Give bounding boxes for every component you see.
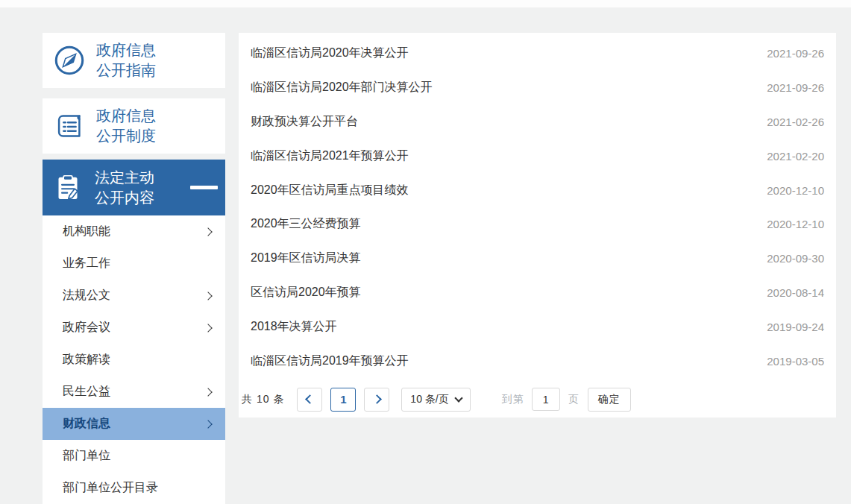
sidebar-item[interactable]: 法规公文 [43, 280, 225, 312]
article-link[interactable]: 临淄区信访局2020年决算公开 [251, 45, 752, 61]
sidebar: 政府信息 公开指南 政府信息 公开制度 [43, 33, 225, 504]
chevron-right-icon [204, 324, 212, 332]
sidebar-item-label: 机构职能 [63, 224, 205, 239]
sidebar-item-label: 民生公益 [63, 384, 205, 400]
sidebar-item-label: 业务工作 [63, 256, 205, 271]
rulebook-icon [52, 109, 87, 143]
sidebar-item-label: 部门单位公开目录 [63, 480, 205, 496]
sidebar-section-statutory-disclosure[interactable]: 法定主动 公开内容 [43, 160, 225, 215]
chevron-down-icon [454, 394, 462, 402]
sidebar-item[interactable]: 政府会议 [43, 312, 225, 344]
chevron-left-icon [305, 395, 315, 405]
list-item: 2019年区信访局决算 2020-09-30 [239, 242, 836, 276]
article-list-panel: 临淄区信访局2020年决算公开 2021-09-26 临淄区信访局2020年部门… [239, 33, 836, 418]
article-date: 2020-09-30 [767, 252, 824, 265]
confirm-button[interactable]: 确定 [588, 388, 631, 412]
article-link[interactable]: 2019年区信访局决算 [251, 251, 752, 266]
article-link[interactable]: 临淄区信访局2021年预算公开 [251, 148, 752, 164]
page-background: 政府信息 公开指南 政府信息 公开制度 [0, 0, 851, 504]
article-link[interactable]: 2020年区信访局重点项目绩效 [251, 183, 752, 198]
goto-page-input[interactable] [532, 388, 560, 411]
article-link[interactable]: 临淄区信访局2020年部门决算公开 [251, 80, 752, 95]
goto-prefix-label: 到第 [502, 393, 524, 406]
list-item: 区信访局2020年预算 2020-08-14 [239, 276, 836, 310]
sidebar-section-label: 法定主动 公开内容 [95, 168, 154, 208]
total-count-label: 共 10 条 [242, 393, 284, 406]
sidebar-link-disclosure-rules[interactable]: 政府信息 公开制度 [43, 98, 225, 154]
page-size-label: 10 条/页 [410, 393, 448, 406]
page-number-button[interactable]: 1 [330, 388, 356, 412]
clipboard-pen-icon [52, 172, 84, 204]
article-date: 2020-12-10 [767, 218, 824, 230]
sidebar-item-label: 财政信息 [63, 416, 205, 432]
chevron-right-icon [204, 420, 212, 428]
article-date: 2020-08-14 [767, 286, 824, 299]
article-date: 2020-12-10 [767, 184, 824, 197]
article-date: 2019-09-24 [767, 321, 824, 333]
list-item: 临淄区信访局2020年部门决算公开 2021-09-26 [239, 71, 836, 105]
sidebar-menu: 机构职能 业务工作 法规公文 政府会议 [43, 215, 225, 504]
sidebar-link-label: 政府信息 公开制度 [96, 106, 156, 146]
sidebar-item[interactable]: 部门单位公开目录 [43, 472, 225, 504]
sidebar-item[interactable]: 部门单位 [43, 440, 225, 472]
collapse-minus-icon[interactable] [190, 186, 218, 189]
list-item: 2020年三公经费预算 2020-12-10 [239, 207, 836, 242]
prev-page-button[interactable] [297, 388, 322, 412]
sidebar-item-label: 政策解读 [63, 352, 205, 368]
article-date: 2021-09-26 [767, 81, 824, 94]
article-list: 临淄区信访局2020年决算公开 2021-09-26 临淄区信访局2020年部门… [239, 33, 836, 378]
article-link[interactable]: 财政预决算公开平台 [251, 114, 752, 130]
pagination: 共 10 条 1 10 条/页 到第 页 确定 [239, 388, 836, 412]
compass-icon [52, 43, 87, 78]
sidebar-link-disclosure-guide[interactable]: 政府信息 公开指南 [43, 33, 225, 88]
article-link[interactable]: 区信访局2020年预算 [251, 285, 752, 300]
chevron-right-icon [204, 388, 212, 396]
page-size-select[interactable]: 10 条/页 [401, 388, 470, 412]
sidebar-item[interactable]: 机构职能 [43, 215, 225, 248]
article-date: 2021-02-26 [767, 116, 824, 128]
sidebar-link-label: 政府信息 公开指南 [96, 40, 156, 81]
article-link[interactable]: 临淄区信访局2019年预算公开 [251, 353, 752, 369]
sidebar-item-label: 部门单位 [63, 448, 205, 464]
chevron-right-icon [204, 292, 212, 300]
sidebar-item[interactable]: 政策解读 [43, 344, 225, 376]
sidebar-item-label: 政府会议 [63, 320, 205, 336]
list-item: 临淄区信访局2020年决算公开 2021-09-26 [239, 37, 836, 71]
article-date: 2021-09-26 [767, 47, 824, 60]
article-date: 2019-03-05 [767, 355, 824, 368]
next-page-button[interactable] [364, 388, 389, 412]
chevron-right-icon [372, 395, 382, 405]
list-item: 2020年区信访局重点项目绩效 2020-12-10 [239, 173, 836, 207]
goto-suffix-label: 页 [568, 393, 579, 406]
article-link[interactable]: 2020年三公经费预算 [251, 216, 752, 232]
chevron-right-icon [204, 227, 212, 236]
top-strip [0, 0, 851, 7]
article-date: 2021-02-20 [767, 150, 824, 163]
list-item: 临淄区信访局2021年预算公开 2021-02-20 [239, 139, 836, 173]
list-item: 2018年决算公开 2019-09-24 [239, 309, 836, 344]
sidebar-item[interactable]: 业务工作 [43, 248, 225, 280]
list-item: 财政预决算公开平台 2021-02-26 [239, 105, 836, 139]
sidebar-item[interactable]: 民生公益 [43, 376, 225, 408]
article-link[interactable]: 2018年决算公开 [251, 319, 752, 335]
sidebar-item[interactable]: 财政信息 [43, 408, 225, 440]
sidebar-item-label: 法规公文 [63, 288, 205, 303]
list-item: 临淄区信访局2019年预算公开 2019-03-05 [239, 344, 836, 378]
